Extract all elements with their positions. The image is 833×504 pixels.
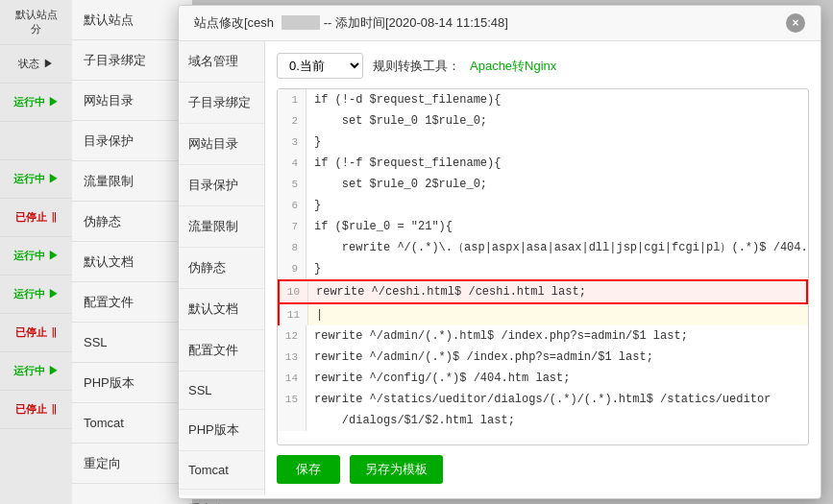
modal-nav-subdir[interactable]: 子目录绑定 [179, 83, 264, 124]
modal-nav-domain[interactable]: 域名管理 [179, 41, 264, 83]
modal-right-content: 0.当前 规则转换工具： Apache转Nginx 1 if (!-d $req… [265, 41, 821, 495]
modal-body: 域名管理 子目录绑定 网站目录 目录保护 流量限制 伪静态 默认文档 配置文件 … [179, 41, 821, 495]
code-line: 9 } [278, 258, 808, 279]
status-running-5: 运行中 ▶ [0, 352, 72, 391]
code-line: 1 if (!-d $request_filename){ [278, 89, 808, 110]
status-running-1: 运行中 ▶ [0, 84, 72, 122]
code-line: 12 rewrite ^/admin/(.*).html$ /index.php… [278, 325, 808, 347]
modal-nav-traffic[interactable]: 流量限制 [179, 206, 264, 248]
status-running-4: 运行中 ▶ [0, 276, 72, 314]
status-stopped-2: 已停止 ‖ [0, 314, 72, 352]
modal-nav-dirprotect[interactable]: 目录保护 [179, 165, 264, 206]
modal-nav-config[interactable]: 配置文件 [179, 330, 264, 372]
code-line: 3 } [278, 132, 808, 153]
code-lines[interactable]: 1 if (!-d $request_filename){ 2 set $rul… [278, 89, 808, 444]
save-button[interactable]: 保存 [277, 455, 340, 484]
code-line: 4 if (!-f $request_filename){ [278, 153, 808, 174]
status-running-2: 运行中 ▶ [0, 160, 72, 199]
code-line: 15 rewrite ^/statics/ueditor/dialogs/(.*… [278, 389, 808, 410]
code-line: 6 } [278, 195, 808, 216]
modal-close-button[interactable]: × [786, 13, 805, 33]
convert-tool-link[interactable]: Apache转Nginx [470, 58, 556, 75]
sidebar-nav: 默认站点 子目录绑定 网站目录 目录保护 流量限制 伪静态 默认文档 配置文件 … [72, 0, 192, 504]
sidebar-item-redirect[interactable]: 重定向 [72, 444, 192, 484]
sidebar-item-ssl[interactable]: SSL [72, 323, 192, 363]
code-line: 8 rewrite ^/(.*)\.（asp|aspx|asa|asax|dll… [278, 237, 808, 258]
status-bar: 默认站点 分 状态 ▶ 运行中 ▶ 运行中 ▶ 已停止 ‖ 运行中 ▶ 运行中 … [0, 0, 72, 504]
toolbar-row: 0.当前 规则转换工具： Apache转Nginx [277, 53, 809, 79]
modal-nav-tomcat[interactable]: Tomcat [179, 451, 264, 490]
modal-nav-defaultdoc[interactable]: 默认文档 [179, 289, 264, 330]
code-line: 14 rewrite ^/config/(.*)$ /404.htm last; [278, 368, 808, 389]
sidebar: 默认站点 分 状态 ▶ 运行中 ▶ 运行中 ▶ 已停止 ‖ 运行中 ▶ 运行中 … [0, 0, 192, 504]
modal-nav-pseudo[interactable]: 伪静态 [179, 248, 264, 289]
sidebar-item-pseudo-static[interactable]: 伪静态 [72, 202, 192, 242]
status-dir-protect [0, 122, 72, 160]
status-stopped-1: 已停止 ‖ [0, 199, 72, 237]
status-stopped-3: 已停止 ‖ [0, 391, 72, 429]
sidebar-item-subdir[interactable]: 子目录绑定 [72, 40, 192, 81]
modal-nav-ssl[interactable]: SSL [179, 372, 264, 410]
sidebar-item-tomcat[interactable]: Tomcat [72, 403, 192, 444]
modal-left-nav: 域名管理 子目录绑定 网站目录 目录保护 流量限制 伪静态 默认文档 配置文件 … [179, 41, 265, 495]
code-line: 5 set $rule_0 2$rule_0; [278, 174, 808, 195]
modal-header: 站点修改[cesh -- 添加时间[2020-08-14 11:15:48] × [179, 6, 821, 41]
modal-title: 站点修改[cesh -- 添加时间[2020-08-14 11:15:48] [194, 14, 508, 32]
sidebar-item-config[interactable]: 配置文件 [72, 282, 192, 323]
code-line: 7 if ($rule_0 = "21"){ [278, 216, 808, 237]
sidebar-item-traffic[interactable]: 流量限制 [72, 161, 192, 202]
status-running-3: 运行中 ▶ [0, 237, 72, 276]
modal-nav-webdir[interactable]: 网站目录 [179, 124, 264, 165]
modal-footer: 保存 另存为模板 [277, 445, 809, 484]
sidebar-item-default-doc[interactable]: 默认文档 [72, 242, 192, 282]
sidebar-item-dir-protect[interactable]: 目录保护 [72, 121, 192, 161]
code-line: /dialogs/$1/$2.html last; [278, 410, 808, 431]
status-header: 状态 ▶ [0, 45, 72, 84]
sidebar-item-php[interactable]: PHP版本 [72, 363, 192, 403]
sidebar-item-webdir[interactable]: 网站目录 [72, 81, 192, 121]
modal-nav-php[interactable]: PHP版本 [179, 410, 264, 451]
code-line: 2 set $rule_0 1$rule_0; [278, 110, 808, 132]
sidebar-item-default-site[interactable]: 默认站点 [72, 0, 192, 40]
modal-nav-redirect[interactable]: 重定向 [179, 490, 264, 504]
code-line-cursor: 11 | [278, 304, 808, 325]
save-template-button[interactable]: 另存为模板 [350, 455, 443, 484]
version-select[interactable]: 0.当前 [277, 53, 363, 79]
status-default-site: 默认站点 分 [0, 0, 72, 45]
convert-tool-label: 规则转换工具： [373, 58, 460, 75]
code-line-highlighted: 10 rewrite ^/ceshi.html$ /ceshi.html las… [278, 279, 808, 304]
code-line: 13 rewrite ^/admin/(.*)$ /index.php?s=ad… [278, 347, 808, 368]
code-editor[interactable]: 1 if (!-d $request_filename){ 2 set $rul… [277, 88, 809, 445]
modal-dialog: 站点修改[cesh -- 添加时间[2020-08-14 11:15:48] ×… [178, 5, 821, 499]
